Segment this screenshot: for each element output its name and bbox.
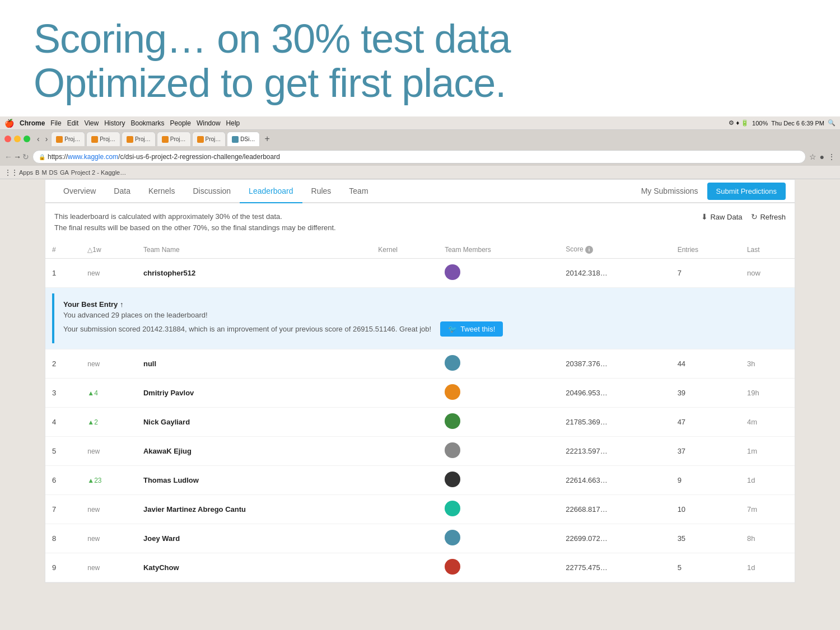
tab-bar: ‹ › Proj… Proj… Proj… Proj… Proj… DSi… + [0, 130, 840, 148]
fullscreen-button[interactable] [24, 136, 30, 142]
history-menu[interactable]: History [104, 119, 125, 127]
star-icon[interactable]: ☆ [809, 152, 816, 161]
tab-leaderboard[interactable]: Leaderboard [240, 180, 302, 203]
cell-score: 22213.597… [559, 437, 670, 466]
file-menu[interactable]: File [50, 119, 61, 127]
cell-team-name[interactable]: Dmitriy Pavlov [137, 379, 371, 408]
cell-kernel [371, 259, 438, 288]
avatar [445, 559, 460, 575]
address-bar-row: ← → ↻ 🔒 https://www.kaggle.com/c/dsi-us-… [0, 148, 840, 166]
bookmarks-menu[interactable]: Bookmarks [131, 119, 165, 127]
cell-last: 19h [740, 379, 795, 408]
col-team-members: Team Members [438, 241, 559, 259]
menubar-icons: ⚙ ♦ 🔋 [729, 119, 749, 127]
cell-members [438, 408, 559, 437]
bm-b[interactable]: B [35, 169, 39, 176]
col-team-name: Team Name [137, 241, 371, 259]
description-text: This leaderboard is calculated with appr… [54, 211, 701, 233]
cell-team-name[interactable]: christopher512 [137, 259, 371, 288]
search-icon[interactable]: 🔍 [828, 119, 836, 127]
browser-tab-proj1[interactable]: Proj… [51, 132, 85, 146]
browser-tab-kaggle[interactable]: DSi… [227, 132, 260, 146]
table-row: 2 new null 20387.376… 44 3h [45, 349, 795, 379]
avatar [445, 384, 460, 400]
browser-tab-proj5[interactable]: Proj… [192, 132, 226, 146]
tab-kernels[interactable]: Kernels [139, 180, 184, 203]
tab-favicon [91, 136, 98, 143]
bm-ds[interactable]: DS [49, 169, 58, 176]
cell-entries: 5 [671, 553, 740, 582]
table-row: 9 new KatyChow 22775.475… 5 1d [45, 553, 795, 582]
tab-rules[interactable]: Rules [302, 180, 340, 203]
cell-rank: 1 [45, 259, 81, 288]
cell-delta: ▲23 [81, 466, 137, 495]
cell-team-name[interactable]: AkawaK Ejiug [137, 437, 371, 466]
forward-arrow[interactable]: → [13, 152, 21, 161]
bm-m[interactable]: M [41, 169, 46, 176]
more-icon[interactable]: ⋮ [828, 152, 836, 161]
reload-button[interactable]: ↻ [22, 152, 29, 161]
people-menu[interactable]: People [170, 119, 191, 127]
tab-discussion[interactable]: Discussion [184, 180, 240, 203]
cell-delta: new [81, 524, 137, 553]
cell-last: 3h [740, 349, 795, 379]
tab-favicon [56, 136, 63, 143]
cell-team-name[interactable]: null [137, 349, 371, 379]
address-bar[interactable]: 🔒 https://www.kaggle.com/c/dsi-us-6-proj… [32, 150, 806, 164]
help-menu[interactable]: Help [226, 119, 240, 127]
chrome-menu[interactable]: Chrome [20, 119, 45, 127]
cell-entries: 10 [671, 495, 740, 524]
tab-team[interactable]: Team [340, 180, 377, 203]
tab-overview[interactable]: Overview [54, 180, 105, 203]
browser-tab-proj3[interactable]: Proj… [122, 132, 156, 146]
bm-label: B [35, 169, 39, 176]
edit-menu[interactable]: Edit [67, 119, 79, 127]
cell-rank: 6 [45, 466, 81, 495]
bm-project2[interactable]: Project 2 - Kaggle… [71, 169, 126, 176]
tab-favicon [197, 136, 204, 143]
bookmarks-bar: ⋮⋮ Apps B M DS GA Project 2 - Kaggle… [0, 166, 840, 179]
forward-button[interactable]: › [43, 133, 50, 144]
cell-entries: 37 [671, 437, 740, 466]
refresh-label: Refresh [760, 212, 786, 223]
cell-team-name[interactable]: Joey Ward [137, 524, 371, 553]
cell-score: 20387.376… [559, 349, 670, 379]
browser-tab-proj2[interactable]: Proj… [86, 132, 120, 146]
browser-tab-proj4[interactable]: Proj… [157, 132, 191, 146]
bm-ga[interactable]: GA [60, 169, 69, 176]
profile-icon[interactable]: ● [820, 152, 824, 161]
tab-label: Proj… [206, 136, 221, 142]
score-info-icon[interactable]: i [585, 246, 593, 254]
avatar [445, 413, 460, 429]
new-tab-button[interactable]: + [261, 134, 273, 144]
cell-entries: 9 [671, 466, 740, 495]
cell-team-name[interactable]: Javier Martinez Abrego Cantu [137, 495, 371, 524]
cell-entries: 47 [671, 408, 740, 437]
raw-data-button[interactable]: ⬇ Raw Data [701, 211, 742, 223]
cell-delta: new [81, 553, 137, 582]
col-delta: △1w [81, 241, 137, 259]
cell-team-name[interactable]: KatyChow [137, 553, 371, 582]
cell-score: 22668.817… [559, 495, 670, 524]
my-submissions-link[interactable]: My Submissions [632, 180, 707, 203]
refresh-button[interactable]: ↻ Refresh [751, 211, 786, 223]
avatar [445, 442, 460, 458]
tweet-button[interactable]: 🐦 Tweet this! [440, 321, 503, 337]
apple-menu[interactable]: 🍎 [4, 119, 14, 128]
submit-predictions-button[interactable]: Submit Predictions [707, 183, 786, 200]
back-arrow[interactable]: ← [4, 152, 12, 161]
close-button[interactable] [4, 136, 11, 142]
cell-delta: new [81, 259, 137, 288]
refresh-icon: ↻ [751, 211, 758, 223]
view-menu[interactable]: View [84, 119, 99, 127]
download-icon: ⬇ [701, 211, 708, 223]
back-button[interactable]: ‹ [35, 133, 42, 144]
bm-apps[interactable]: ⋮⋮ Apps [4, 169, 33, 176]
cell-team-name[interactable]: Thomas Ludlow [137, 466, 371, 495]
minimize-button[interactable] [14, 136, 21, 142]
tab-data[interactable]: Data [105, 180, 139, 203]
bm-label: M [41, 169, 46, 176]
leaderboard-table: # △1w Team Name Kernel Team Members Scor… [45, 241, 795, 582]
cell-team-name[interactable]: Nick Gayliard [137, 408, 371, 437]
window-menu[interactable]: Window [197, 119, 221, 127]
